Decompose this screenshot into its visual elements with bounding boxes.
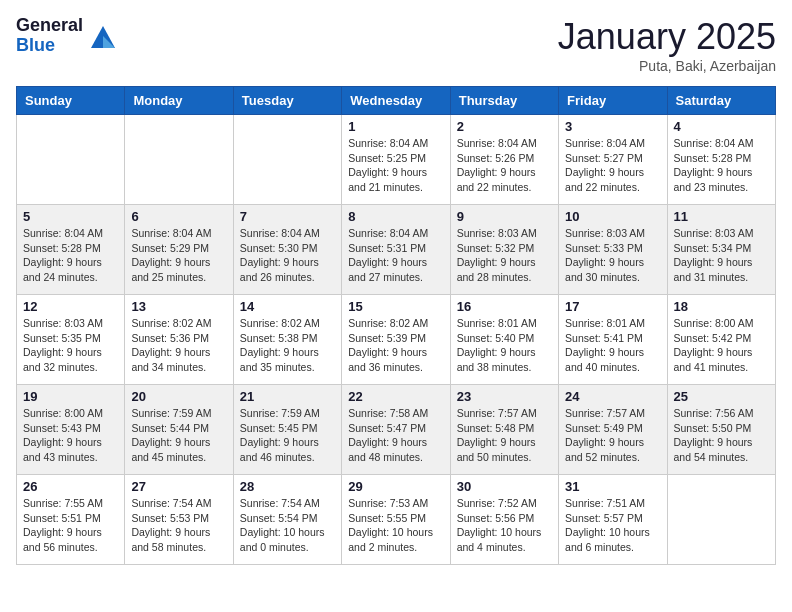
calendar-cell: 23Sunrise: 7:57 AMSunset: 5:48 PMDayligh…: [450, 385, 558, 475]
weekday-header-sunday: Sunday: [17, 87, 125, 115]
day-info: Sunrise: 8:04 AMSunset: 5:31 PMDaylight:…: [348, 226, 443, 285]
calendar-week-row: 1Sunrise: 8:04 AMSunset: 5:25 PMDaylight…: [17, 115, 776, 205]
calendar-cell: 20Sunrise: 7:59 AMSunset: 5:44 PMDayligh…: [125, 385, 233, 475]
day-info: Sunrise: 7:57 AMSunset: 5:48 PMDaylight:…: [457, 406, 552, 465]
day-info: Sunrise: 8:03 AMSunset: 5:32 PMDaylight:…: [457, 226, 552, 285]
day-number: 4: [674, 119, 769, 134]
logo: General Blue: [16, 16, 117, 56]
day-number: 30: [457, 479, 552, 494]
day-number: 11: [674, 209, 769, 224]
day-info: Sunrise: 7:56 AMSunset: 5:50 PMDaylight:…: [674, 406, 769, 465]
day-info: Sunrise: 8:04 AMSunset: 5:30 PMDaylight:…: [240, 226, 335, 285]
day-info: Sunrise: 8:00 AMSunset: 5:42 PMDaylight:…: [674, 316, 769, 375]
day-number: 23: [457, 389, 552, 404]
day-number: 29: [348, 479, 443, 494]
title-block: January 2025 Puta, Baki, Azerbaijan: [558, 16, 776, 74]
calendar-cell: 3Sunrise: 8:04 AMSunset: 5:27 PMDaylight…: [559, 115, 667, 205]
day-info: Sunrise: 8:04 AMSunset: 5:28 PMDaylight:…: [674, 136, 769, 195]
calendar-cell: 12Sunrise: 8:03 AMSunset: 5:35 PMDayligh…: [17, 295, 125, 385]
calendar-cell: 31Sunrise: 7:51 AMSunset: 5:57 PMDayligh…: [559, 475, 667, 565]
logo-icon: [89, 22, 117, 50]
calendar-cell: 5Sunrise: 8:04 AMSunset: 5:28 PMDaylight…: [17, 205, 125, 295]
day-info: Sunrise: 7:58 AMSunset: 5:47 PMDaylight:…: [348, 406, 443, 465]
day-number: 10: [565, 209, 660, 224]
day-info: Sunrise: 7:59 AMSunset: 5:44 PMDaylight:…: [131, 406, 226, 465]
day-info: Sunrise: 7:53 AMSunset: 5:55 PMDaylight:…: [348, 496, 443, 555]
weekday-header-friday: Friday: [559, 87, 667, 115]
day-info: Sunrise: 8:01 AMSunset: 5:41 PMDaylight:…: [565, 316, 660, 375]
month-title: January 2025: [558, 16, 776, 58]
calendar-cell: 6Sunrise: 8:04 AMSunset: 5:29 PMDaylight…: [125, 205, 233, 295]
day-number: 16: [457, 299, 552, 314]
calendar-cell: 25Sunrise: 7:56 AMSunset: 5:50 PMDayligh…: [667, 385, 775, 475]
day-info: Sunrise: 8:03 AMSunset: 5:33 PMDaylight:…: [565, 226, 660, 285]
calendar-cell: 8Sunrise: 8:04 AMSunset: 5:31 PMDaylight…: [342, 205, 450, 295]
calendar-cell: 22Sunrise: 7:58 AMSunset: 5:47 PMDayligh…: [342, 385, 450, 475]
day-info: Sunrise: 8:02 AMSunset: 5:38 PMDaylight:…: [240, 316, 335, 375]
day-info: Sunrise: 8:04 AMSunset: 5:29 PMDaylight:…: [131, 226, 226, 285]
calendar-cell: 14Sunrise: 8:02 AMSunset: 5:38 PMDayligh…: [233, 295, 341, 385]
calendar-cell: [125, 115, 233, 205]
calendar-cell: 9Sunrise: 8:03 AMSunset: 5:32 PMDaylight…: [450, 205, 558, 295]
day-number: 27: [131, 479, 226, 494]
day-number: 2: [457, 119, 552, 134]
weekday-header-saturday: Saturday: [667, 87, 775, 115]
calendar-cell: 15Sunrise: 8:02 AMSunset: 5:39 PMDayligh…: [342, 295, 450, 385]
calendar-cell: [17, 115, 125, 205]
calendar-cell: 4Sunrise: 8:04 AMSunset: 5:28 PMDaylight…: [667, 115, 775, 205]
calendar-cell: 24Sunrise: 7:57 AMSunset: 5:49 PMDayligh…: [559, 385, 667, 475]
calendar-cell: 1Sunrise: 8:04 AMSunset: 5:25 PMDaylight…: [342, 115, 450, 205]
day-number: 1: [348, 119, 443, 134]
day-number: 26: [23, 479, 118, 494]
day-number: 22: [348, 389, 443, 404]
day-number: 21: [240, 389, 335, 404]
day-info: Sunrise: 7:57 AMSunset: 5:49 PMDaylight:…: [565, 406, 660, 465]
calendar-cell: 19Sunrise: 8:00 AMSunset: 5:43 PMDayligh…: [17, 385, 125, 475]
logo-general: General: [16, 16, 83, 36]
calendar-header-row: SundayMondayTuesdayWednesdayThursdayFrid…: [17, 87, 776, 115]
day-info: Sunrise: 8:02 AMSunset: 5:36 PMDaylight:…: [131, 316, 226, 375]
calendar-cell: 21Sunrise: 7:59 AMSunset: 5:45 PMDayligh…: [233, 385, 341, 475]
calendar-table: SundayMondayTuesdayWednesdayThursdayFrid…: [16, 86, 776, 565]
day-number: 19: [23, 389, 118, 404]
calendar-cell: 16Sunrise: 8:01 AMSunset: 5:40 PMDayligh…: [450, 295, 558, 385]
weekday-header-thursday: Thursday: [450, 87, 558, 115]
day-number: 31: [565, 479, 660, 494]
calendar-cell: 10Sunrise: 8:03 AMSunset: 5:33 PMDayligh…: [559, 205, 667, 295]
location: Puta, Baki, Azerbaijan: [558, 58, 776, 74]
day-info: Sunrise: 8:04 AMSunset: 5:25 PMDaylight:…: [348, 136, 443, 195]
day-number: 24: [565, 389, 660, 404]
day-number: 9: [457, 209, 552, 224]
day-info: Sunrise: 7:59 AMSunset: 5:45 PMDaylight:…: [240, 406, 335, 465]
day-number: 8: [348, 209, 443, 224]
day-info: Sunrise: 8:01 AMSunset: 5:40 PMDaylight:…: [457, 316, 552, 375]
calendar-cell: 27Sunrise: 7:54 AMSunset: 5:53 PMDayligh…: [125, 475, 233, 565]
day-info: Sunrise: 8:03 AMSunset: 5:34 PMDaylight:…: [674, 226, 769, 285]
day-number: 25: [674, 389, 769, 404]
calendar-cell: 26Sunrise: 7:55 AMSunset: 5:51 PMDayligh…: [17, 475, 125, 565]
weekday-header-wednesday: Wednesday: [342, 87, 450, 115]
calendar-cell: 7Sunrise: 8:04 AMSunset: 5:30 PMDaylight…: [233, 205, 341, 295]
day-info: Sunrise: 8:04 AMSunset: 5:28 PMDaylight:…: [23, 226, 118, 285]
day-info: Sunrise: 7:51 AMSunset: 5:57 PMDaylight:…: [565, 496, 660, 555]
day-info: Sunrise: 7:55 AMSunset: 5:51 PMDaylight:…: [23, 496, 118, 555]
day-info: Sunrise: 8:03 AMSunset: 5:35 PMDaylight:…: [23, 316, 118, 375]
calendar-cell: 11Sunrise: 8:03 AMSunset: 5:34 PMDayligh…: [667, 205, 775, 295]
day-info: Sunrise: 8:04 AMSunset: 5:26 PMDaylight:…: [457, 136, 552, 195]
day-number: 13: [131, 299, 226, 314]
day-number: 18: [674, 299, 769, 314]
calendar-cell: 30Sunrise: 7:52 AMSunset: 5:56 PMDayligh…: [450, 475, 558, 565]
day-number: 17: [565, 299, 660, 314]
calendar-cell: 13Sunrise: 8:02 AMSunset: 5:36 PMDayligh…: [125, 295, 233, 385]
day-number: 6: [131, 209, 226, 224]
day-number: 15: [348, 299, 443, 314]
logo-blue: Blue: [16, 36, 83, 56]
calendar-cell: 29Sunrise: 7:53 AMSunset: 5:55 PMDayligh…: [342, 475, 450, 565]
day-info: Sunrise: 7:54 AMSunset: 5:53 PMDaylight:…: [131, 496, 226, 555]
calendar-cell: [233, 115, 341, 205]
calendar-cell: 2Sunrise: 8:04 AMSunset: 5:26 PMDaylight…: [450, 115, 558, 205]
calendar-cell: 28Sunrise: 7:54 AMSunset: 5:54 PMDayligh…: [233, 475, 341, 565]
day-number: 28: [240, 479, 335, 494]
calendar-cell: 18Sunrise: 8:00 AMSunset: 5:42 PMDayligh…: [667, 295, 775, 385]
day-info: Sunrise: 8:04 AMSunset: 5:27 PMDaylight:…: [565, 136, 660, 195]
